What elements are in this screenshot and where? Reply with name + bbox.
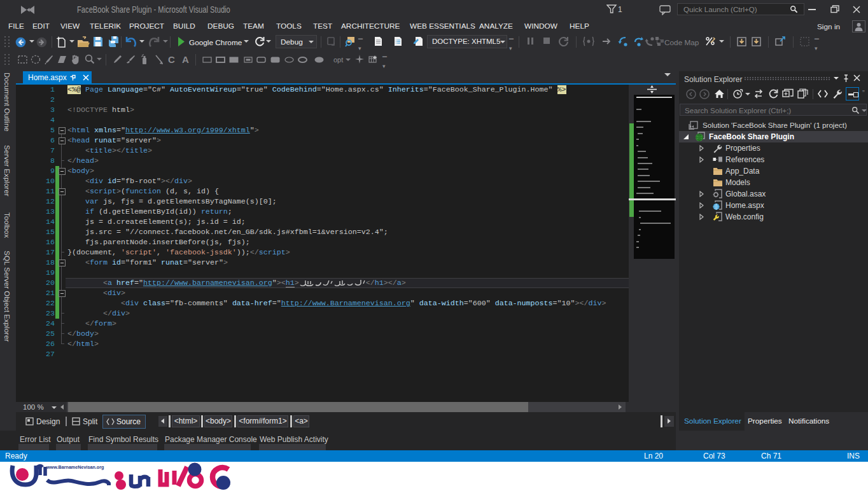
- svg-text:www.BarnameNevisan.org: www.BarnameNevisan.org: [46, 464, 104, 470]
